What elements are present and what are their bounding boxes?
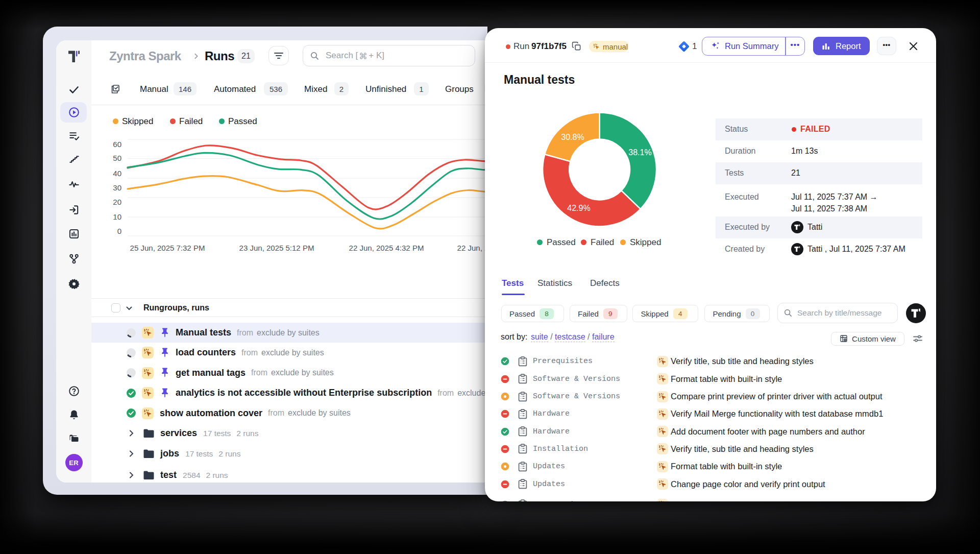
svg-text:40: 40: [113, 169, 121, 178]
svg-text:0: 0: [117, 227, 121, 235]
svg-text:30: 30: [113, 183, 121, 192]
svg-text:20: 20: [113, 198, 121, 206]
svg-text:60: 60: [113, 140, 121, 149]
svg-text:42.9%: 42.9%: [567, 204, 590, 212]
svg-text:22 Jun, 2025 4:32 PM: 22 Jun, 2025 4:32 PM: [349, 244, 424, 252]
svg-text:30.8%: 30.8%: [561, 133, 584, 141]
svg-text:38.1%: 38.1%: [628, 148, 651, 157]
svg-text:50: 50: [113, 154, 121, 162]
svg-text:22 Jun, 2025 4:12 PM: 22 Jun, 2025 4:12 PM: [457, 244, 487, 252]
svg-text:10: 10: [113, 212, 121, 221]
svg-text:23 Jun, 2025 5:12 PM: 23 Jun, 2025 5:12 PM: [239, 244, 314, 252]
svg-text:25 Jun, 2025 7:32 PM: 25 Jun, 2025 7:32 PM: [130, 244, 205, 252]
